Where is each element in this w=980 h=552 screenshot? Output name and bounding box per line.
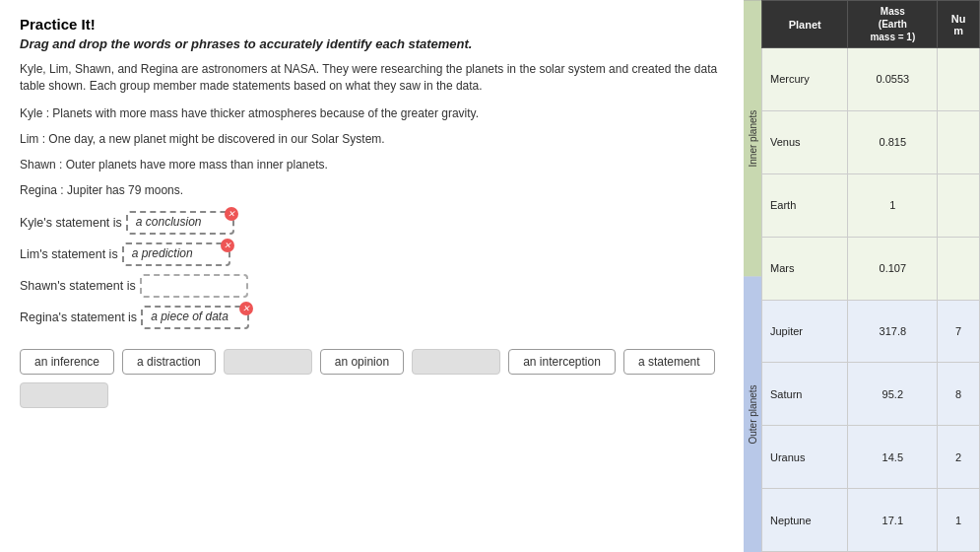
inner-planets-label: Inner planets [744,0,761,277]
chip-opinion[interactable]: an opinion [320,349,404,375]
chip-distraction[interactable]: a distraction [122,349,216,375]
kyle-remove-btn[interactable]: ✕ [225,207,238,221]
chip-statement[interactable]: a statement [623,349,715,375]
regina-fill-label: Regina's statement is [20,310,137,324]
regina-statement: Regina : Jupiter has 79 moons. [20,181,724,199]
kyle-statement: Kyle : Planets with more mass have thick… [20,104,724,122]
planet-table: Planet Mass(Earthmass = 1) Num Mercury 0… [761,0,980,552]
chip-inference[interactable]: an inference [20,349,114,375]
shawn-statement: Shawn : Outer planets have more mass tha… [20,156,724,173]
shawn-fill-label: Shawn's statement is [20,279,136,293]
table-row: Uranus 14.5 2 [762,426,980,489]
main-content: Practice It! Drag and drop the words or … [0,0,744,552]
table-row: Venus 0.815 [762,110,980,173]
chip-empty-3 [20,382,108,408]
lim-statement: Lim : One day, a new planet might be dis… [20,130,724,148]
kyle-fill-row: Kyle's statement is a conclusion ✕ [20,211,724,235]
kyle-fill-label: Kyle's statement is [20,216,122,230]
scenario-text: Kyle, Lim, Shawn, and Regina are astrono… [20,61,724,95]
lim-fill-row: Lim's statement is a prediction ✕ [20,242,724,266]
shawn-drop-box[interactable] [140,274,248,298]
shawn-fill-row: Shawn's statement is [20,274,724,298]
label-col: Inner planets Outer planets [744,0,761,552]
answer-chips-row: an inference a distraction an opinion an… [20,349,724,408]
fill-section: Kyle's statement is a conclusion ✕ Lim's… [20,211,724,329]
kyle-drop-box[interactable]: a conclusion ✕ [126,211,234,235]
col-mass: Mass(Earthmass = 1) [848,1,938,48]
lim-remove-btn[interactable]: ✕ [221,239,234,252]
regina-fill-row: Regina's statement is a piece of data ✕ [20,306,724,329]
col-nu: Num [938,1,980,48]
lim-drop-box[interactable]: a prediction ✕ [122,242,230,266]
table-row: Saturn 95.2 8 [762,363,980,426]
right-panel: Inner planets Outer planets Planet Mass(… [744,0,980,552]
planet-table-wrapper: Inner planets Outer planets Planet Mass(… [744,0,980,552]
regina-remove-btn[interactable]: ✕ [239,302,253,315]
chip-empty-2 [412,349,500,375]
table-row: Mercury 0.0553 [762,48,980,111]
table-row: Mars 0.107 [762,237,980,300]
table-row: Jupiter 317.8 7 [762,300,980,363]
practice-title: Practice It! [20,16,724,33]
chip-empty-1 [224,349,312,375]
outer-planets-label: Outer planets [744,277,761,553]
instructions: Drag and drop the words or phrases to ac… [20,36,724,51]
regina-drop-box[interactable]: a piece of data ✕ [141,306,249,329]
table-row: Earth 1 [762,173,980,237]
lim-fill-label: Lim's statement is [20,247,118,261]
chip-interception[interactable]: an interception [508,349,616,375]
col-planet: Planet [762,1,848,48]
table-row: Neptune 17.1 1 [762,489,980,552]
